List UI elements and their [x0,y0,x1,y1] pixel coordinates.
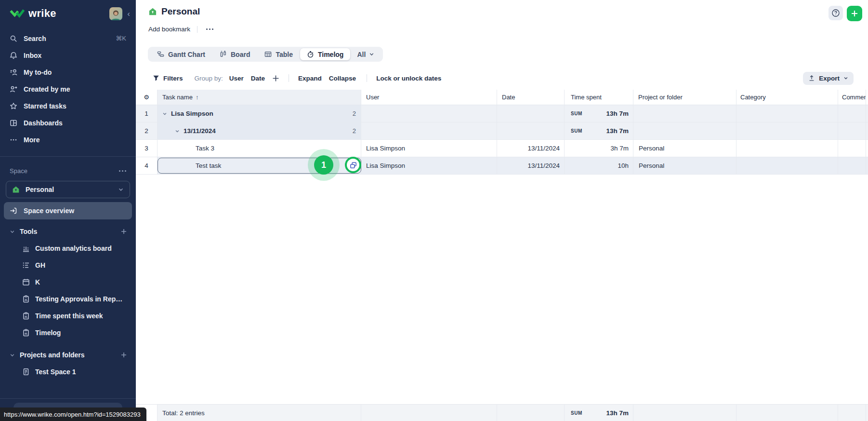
filters-button[interactable]: Filters [153,75,183,82]
project-name: Personal [639,162,664,169]
table-body: 1 Lisa Simpson 2 SUM 13h 7m [136,105,868,175]
sum-value: 13h 7m [606,110,633,117]
sidebar-item-gh[interactable]: GH [0,257,136,273]
tab-filter-all[interactable]: All [350,51,381,58]
tab-gantt-chart[interactable]: Gantt Chart [150,47,212,62]
sidebar-item-label: Starred tasks [24,102,66,110]
create-new-button[interactable] [847,6,862,21]
space-section-header: Space [0,163,136,179]
row-number: 3 [136,140,158,157]
tab-table[interactable]: Table [257,47,300,62]
sidebar-item-more[interactable]: More [0,131,136,148]
sidebar-item-testing-approvals[interactable]: Testing Approvals in Rep… [0,290,136,307]
space-more-icon[interactable] [119,170,126,172]
column-header-project[interactable]: Project or folder [633,90,736,105]
sidebar-item-k[interactable]: K [0,273,136,290]
tab-board[interactable]: Board [212,47,257,62]
help-button[interactable] [829,6,843,20]
column-header-category[interactable]: Category [736,90,838,105]
sidebar-item-custom-analytics-board[interactable]: Custom analytics board [0,240,136,257]
tab-timelog[interactable]: Timelog [300,48,350,60]
cell-category[interactable] [736,122,838,140]
cell-comment[interactable] [838,140,866,157]
sidebar-item-label: Testing Approvals in Rep… [35,295,122,303]
sidebar-item-label: Inbox [24,52,41,59]
cell-filler [866,105,868,122]
cell-date[interactable]: 13/11/2024 [497,140,565,157]
cell-user[interactable] [361,122,497,140]
sidebar-item-search[interactable]: Search ⌘K [0,30,136,47]
tools-section-header[interactable]: Tools [0,223,136,240]
sidebar-item-space-overview[interactable]: Space overview [4,202,132,219]
table-row-task-3[interactable]: 3 Task 3 Lisa Simpson 13/11/2024 3h 7m P… [136,140,868,157]
header-more-icon[interactable] [204,27,215,32]
user-avatar[interactable] [109,7,122,20]
group-by-label: Group by: [195,75,223,82]
board-icon [220,51,227,58]
cell-project[interactable] [633,122,736,140]
space-selector[interactable]: Personal [6,181,130,198]
sidebar-item-timelog[interactable]: Timelog [0,324,136,341]
group-cell-date[interactable]: 13/11/2024 2 [158,122,361,140]
cell-project[interactable]: Personal [633,157,736,175]
tab-label: Gantt Chart [168,51,205,58]
cell-user[interactable] [361,105,497,122]
export-button[interactable]: Export [803,72,854,85]
todo-person-icon [10,68,17,76]
sidebar-item-created-by-me[interactable]: Created by me [0,81,136,97]
table-settings-button[interactable]: ⚙ [136,90,158,105]
column-header-time-spent[interactable]: Time spent [565,90,633,105]
column-header-date[interactable]: Date [497,90,565,105]
sidebar-item-time-spent-this-week[interactable]: Time spent this week [0,307,136,324]
group-by-date-button[interactable]: Date [251,75,265,82]
cell-date[interactable] [497,122,565,140]
table-row-group-date[interactable]: 2 13/11/2024 2 SUM 13h 7m [136,122,868,140]
open-in-new-window-button[interactable] [345,157,361,173]
chevron-down-icon[interactable] [162,111,167,116]
add-tool-icon[interactable] [120,228,127,235]
cell-comment[interactable] [838,122,866,140]
table-row-group-user[interactable]: 1 Lisa Simpson 2 SUM 13h 7m [136,105,868,122]
sidebar-item-inbox[interactable]: Inbox [0,47,136,64]
cell-category[interactable] [736,140,838,157]
lock-unlock-dates-button[interactable]: Lock or unlock dates [376,75,441,82]
add-project-icon[interactable] [120,352,127,358]
cell-time[interactable]: 10h [565,157,633,175]
sidebar-collapse-icon[interactable]: ‹ [127,10,130,18]
wrike-logo[interactable]: wrike [10,7,56,20]
cell-user[interactable]: Lisa Simpson [361,157,497,175]
cell-filler [866,122,868,140]
column-header-task-name[interactable]: Task name ↑ [158,90,361,105]
sidebar-item-starred-tasks[interactable]: Starred tasks [0,97,136,114]
sidebar-divider [0,156,136,157]
sidebar-item-test-space-1[interactable]: Test Space 1 [0,363,136,380]
group-by-user-button[interactable]: User [229,75,244,82]
cell-category[interactable] [736,157,838,175]
expand-button[interactable]: Expand [298,75,322,82]
chevron-down-icon [10,353,15,358]
projects-section-header[interactable]: Projects and folders [0,347,136,363]
cell-project[interactable]: Personal [633,140,736,157]
sidebar-item-my-todo[interactable]: My to-do [0,64,136,81]
sidebar-item-label: K [35,278,40,286]
table-row-test-task[interactable]: 4 Test task Lisa Simpson 13/11/2024 10h … [136,157,868,175]
cell-category[interactable] [736,105,838,122]
cell-date[interactable] [497,105,565,122]
cell-comment[interactable] [838,105,866,122]
sidebar-item-dashboards[interactable]: Dashboards [0,114,136,131]
cell-date[interactable]: 13/11/2024 [497,157,565,175]
column-label: Time spent [571,94,602,101]
cell-comment[interactable] [838,157,866,175]
cell-filler [866,157,868,175]
chevron-down-icon[interactable] [175,129,180,134]
column-header-user[interactable]: User [361,90,497,105]
cell-time[interactable]: 3h 7m [565,140,633,157]
group-cell-user[interactable]: Lisa Simpson 2 [158,105,361,122]
sidebar-item-label: Search [24,35,46,42]
cell-project[interactable] [633,105,736,122]
column-header-comment[interactable]: Comment [838,90,866,105]
add-grouping-icon[interactable] [272,75,279,82]
collapse-button[interactable]: Collapse [329,75,356,82]
add-bookmark-button[interactable]: Add bookmark [148,26,190,33]
cell-user[interactable]: Lisa Simpson [361,140,497,157]
